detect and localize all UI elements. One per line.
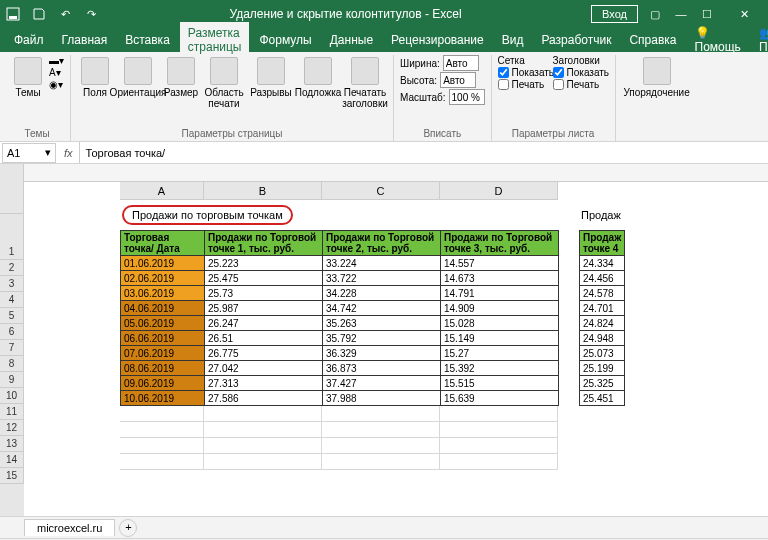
fonts-button[interactable]: A▾	[49, 67, 64, 78]
row-header[interactable]: 9	[0, 372, 24, 388]
cell-value[interactable]: 25.199	[580, 361, 625, 376]
cell-value[interactable]: 15.515	[441, 376, 559, 391]
scale-input[interactable]	[449, 89, 485, 105]
save-icon[interactable]	[30, 5, 48, 23]
col-header-b[interactable]: B	[204, 182, 322, 200]
cell-value[interactable]: 33.224	[323, 256, 441, 271]
col-header-d[interactable]: D	[440, 182, 558, 200]
cell-value[interactable]: 15.27	[441, 346, 559, 361]
menu-file[interactable]: Файл	[6, 29, 52, 51]
cell-value[interactable]: 25.475	[205, 271, 323, 286]
menu-page-layout[interactable]: Разметка страницы	[180, 22, 250, 58]
table-header[interactable]: Продажи по Торговой точке 2, тыс. руб.	[323, 231, 441, 256]
cell-value[interactable]: 26.247	[205, 316, 323, 331]
effects-button[interactable]: ◉▾	[49, 79, 64, 90]
menu-review[interactable]: Рецензирование	[383, 29, 492, 51]
row-header[interactable]: 14	[0, 452, 24, 468]
grid-show-checkbox[interactable]	[498, 67, 509, 78]
row-header[interactable]: 7	[0, 340, 24, 356]
cell-value[interactable]: 24.334	[580, 256, 625, 271]
cell-value[interactable]: 26.775	[205, 346, 323, 361]
tell-me[interactable]: 💡 Помощь	[687, 22, 749, 58]
grid-print-checkbox[interactable]	[498, 79, 509, 90]
background-button[interactable]: Подложка	[296, 55, 340, 100]
cell-date[interactable]: 09.06.2019	[121, 376, 205, 391]
cell-value[interactable]: 24.701	[580, 301, 625, 316]
row-header[interactable]: 13	[0, 436, 24, 452]
cell-value[interactable]: 25.223	[205, 256, 323, 271]
cell-value[interactable]: 37.427	[323, 376, 441, 391]
cell-date[interactable]: 01.06.2019	[121, 256, 205, 271]
cell-value[interactable]: 15.028	[441, 316, 559, 331]
headings-show-checkbox[interactable]	[553, 67, 564, 78]
maximize-icon[interactable]: ☐	[698, 5, 716, 23]
table-header[interactable]: Продажточке 4	[580, 231, 625, 256]
menu-insert[interactable]: Вставка	[117, 29, 178, 51]
row-header[interactable]: 8	[0, 356, 24, 372]
row-header[interactable]: 3	[0, 276, 24, 292]
fx-icon[interactable]: fx	[58, 147, 79, 159]
cell-date[interactable]: 04.06.2019	[121, 301, 205, 316]
cell-value[interactable]: 27.586	[205, 391, 323, 406]
size-button[interactable]: Размер	[163, 55, 199, 100]
row-header[interactable]: 15	[0, 468, 24, 484]
cell-value[interactable]: 25.073	[580, 346, 625, 361]
menu-developer[interactable]: Разработчик	[533, 29, 619, 51]
row-header[interactable]: 4	[0, 292, 24, 308]
cell-value[interactable]: 35.792	[323, 331, 441, 346]
table-header[interactable]: Продажи по Торговой точке 1, тыс. руб.	[205, 231, 323, 256]
login-button[interactable]: Вход	[591, 5, 638, 23]
cell-date[interactable]: 05.06.2019	[121, 316, 205, 331]
page-header[interactable]: Продажи по торговым точкам	[122, 205, 293, 225]
cell-value[interactable]: 35.263	[323, 316, 441, 331]
menu-help[interactable]: Справка	[621, 29, 684, 51]
menu-formulas[interactable]: Формулы	[251, 29, 319, 51]
cell-value[interactable]: 24.948	[580, 331, 625, 346]
cell-value[interactable]: 26.51	[205, 331, 323, 346]
formula-input[interactable]: Торговая точка/	[79, 142, 768, 163]
minimize-icon[interactable]: —	[672, 5, 690, 23]
cell-value[interactable]: 36.329	[323, 346, 441, 361]
name-box[interactable]: A1▾	[2, 143, 56, 163]
cell-date[interactable]: 07.06.2019	[121, 346, 205, 361]
row-header[interactable]: 2	[0, 260, 24, 276]
cell-value[interactable]: 14.673	[441, 271, 559, 286]
cell-value[interactable]: 15.639	[441, 391, 559, 406]
cell-value[interactable]: 37.988	[323, 391, 441, 406]
table-header[interactable]: Торговая точка/ Дата	[121, 231, 205, 256]
select-all-corner[interactable]	[0, 164, 24, 214]
close-icon[interactable]: ✕	[724, 5, 764, 23]
row-header[interactable]: 10	[0, 388, 24, 404]
undo-icon[interactable]: ↶	[56, 5, 74, 23]
cell-value[interactable]: 33.722	[323, 271, 441, 286]
colors-button[interactable]: ▬▾	[49, 55, 64, 66]
cell-value[interactable]: 15.392	[441, 361, 559, 376]
arrange-button[interactable]: Упорядочение	[622, 55, 692, 100]
width-input[interactable]	[443, 55, 479, 71]
cell-value[interactable]: 24.824	[580, 316, 625, 331]
share-button[interactable]: 👥 Поделиться	[751, 22, 768, 58]
cell-value[interactable]: 27.042	[205, 361, 323, 376]
cell-date[interactable]: 08.06.2019	[121, 361, 205, 376]
cell-date[interactable]: 06.06.2019	[121, 331, 205, 346]
cell-value[interactable]: 36.873	[323, 361, 441, 376]
row-header[interactable]: 11	[0, 404, 24, 420]
cell-value[interactable]: 25.987	[205, 301, 323, 316]
cell-value[interactable]: 25.73	[205, 286, 323, 301]
cell-value[interactable]: 15.149	[441, 331, 559, 346]
breaks-button[interactable]: Разрывы	[249, 55, 293, 100]
row-header[interactable]: 6	[0, 324, 24, 340]
add-sheet-button[interactable]: +	[119, 519, 137, 537]
cell-value[interactable]: 34.228	[323, 286, 441, 301]
col-header-c[interactable]: C	[322, 182, 440, 200]
row-header[interactable]: 5	[0, 308, 24, 324]
row-header[interactable]: 12	[0, 420, 24, 436]
table-header[interactable]: Продажи по Торговой точке 3, тыс. руб.	[441, 231, 559, 256]
cell-value[interactable]: 27.313	[205, 376, 323, 391]
print-area-button[interactable]: Область печати	[202, 55, 246, 111]
cell-value[interactable]: 14.557	[441, 256, 559, 271]
autosave-icon[interactable]	[4, 5, 22, 23]
menu-view[interactable]: Вид	[494, 29, 532, 51]
sheet-tab[interactable]: microexcel.ru	[24, 519, 115, 536]
margins-button[interactable]: Поля	[77, 55, 113, 100]
